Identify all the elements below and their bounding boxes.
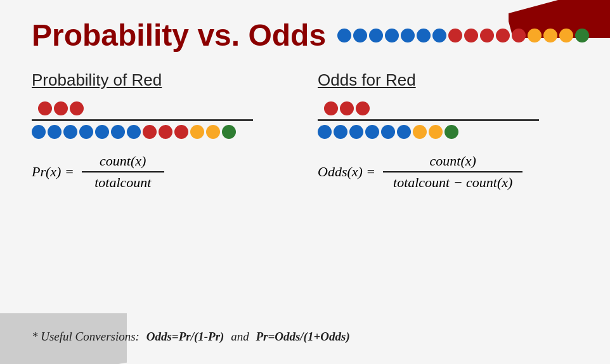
- odds-formula: Odds(x) = count(x) totalcount − count(x): [318, 153, 525, 191]
- odds-formula-line: [383, 171, 522, 172]
- prob-den-blue-6: [111, 125, 125, 139]
- odds-den-green-1: [445, 125, 458, 139]
- probability-column: Probability of Red: [32, 70, 292, 191]
- odds-formula-fraction: count(x) totalcount − count(x): [383, 153, 522, 191]
- odds-den-blue-6: [397, 125, 411, 139]
- prob-den-blue-1: [32, 125, 46, 139]
- prob-formula-fraction: count(x) totalcount: [82, 153, 164, 191]
- probability-formula: Pr(x) = count(x) totalcount: [32, 153, 167, 191]
- title-dot-red-2: [464, 29, 478, 42]
- odds-formula-numerator: count(x): [430, 153, 476, 169]
- prob-den-blue-5: [95, 125, 109, 139]
- prob-num-dot-3: [70, 101, 84, 115]
- title-dots: [337, 29, 589, 42]
- odds-fraction-visual: [318, 101, 578, 139]
- prob-formula-line: [82, 171, 164, 172]
- title-dot-blue-2: [353, 29, 367, 42]
- title-row: Probability vs. Odds: [32, 18, 578, 53]
- odds-den-blue-1: [318, 125, 332, 139]
- conversions-formula2: Pr=Odds/(1+Odds): [256, 330, 349, 343]
- conversions-prefix: * Useful Conversions:: [32, 330, 140, 343]
- odds-den-blue-5: [381, 125, 395, 139]
- odds-column: Odds for Red: [318, 70, 578, 191]
- prob-num-dot-2: [54, 101, 68, 115]
- probability-numerator-dots: [32, 101, 292, 115]
- odds-den-yellow-2: [429, 125, 443, 139]
- title-dot-blue-5: [401, 29, 415, 42]
- title-dot-red-4: [496, 29, 510, 42]
- probability-fraction-line: [32, 119, 253, 121]
- prob-formula-numerator: count(x): [100, 153, 146, 169]
- odds-num-dot-2: [340, 101, 354, 115]
- odds-numerator-dots: [318, 101, 578, 115]
- prob-den-blue-3: [63, 125, 77, 139]
- columns: Probability of Red: [32, 70, 578, 191]
- odds-title: Odds for Red: [318, 70, 416, 90]
- conversions-and: and: [231, 330, 249, 343]
- odds-den-blue-3: [349, 125, 363, 139]
- probability-denominator-dots: [32, 125, 292, 139]
- title-dot-red-1: [448, 29, 462, 42]
- conversions-formula1: Odds=Pr/(1-Pr): [146, 330, 224, 343]
- odds-formula-denominator: totalcount − count(x): [393, 174, 512, 191]
- title-dot-blue-7: [432, 29, 446, 42]
- odds-fraction-line: [318, 119, 539, 121]
- prob-num-dot-1: [38, 101, 52, 115]
- odds-den-yellow-1: [413, 125, 427, 139]
- prob-den-red-3: [174, 125, 188, 139]
- odds-num-dot-3: [356, 101, 370, 115]
- odds-denominator-dots: [318, 125, 578, 139]
- title-dot-yellow-3: [559, 29, 573, 42]
- title-dot-blue-4: [385, 29, 399, 42]
- title-dot-red-3: [480, 29, 494, 42]
- title-dot-blue-6: [417, 29, 431, 42]
- prob-den-blue-4: [79, 125, 93, 139]
- prob-den-red-2: [159, 125, 172, 139]
- prob-formula-prefix: Pr(x) =: [32, 164, 74, 180]
- title-dot-blue-1: [337, 29, 351, 42]
- title-dot-yellow-1: [528, 29, 542, 42]
- prob-den-yellow-2: [206, 125, 220, 139]
- probability-title: Probability of Red: [32, 70, 162, 90]
- probability-fraction-visual: [32, 101, 292, 139]
- conversions-row: * Useful Conversions: Odds=Pr/(1-Pr) and…: [32, 330, 578, 344]
- prob-den-blue-7: [127, 125, 141, 139]
- odds-den-blue-4: [365, 125, 379, 139]
- odds-den-blue-2: [334, 125, 347, 139]
- title-dot-blue-3: [369, 29, 383, 42]
- title-dot-red-5: [512, 29, 526, 42]
- odds-num-dot-1: [324, 101, 338, 115]
- page-title: Probability vs. Odds: [32, 18, 326, 53]
- odds-formula-prefix: Odds(x) =: [318, 164, 375, 180]
- prob-den-green-1: [222, 125, 236, 139]
- prob-den-blue-2: [48, 125, 62, 139]
- main-content: Probability vs. Odds Pr: [0, 0, 610, 364]
- prob-den-red-1: [143, 125, 157, 139]
- prob-den-yellow-1: [190, 125, 204, 139]
- title-dot-yellow-2: [543, 29, 557, 42]
- title-dot-green-1: [575, 29, 589, 42]
- prob-formula-denominator: totalcount: [94, 174, 151, 191]
